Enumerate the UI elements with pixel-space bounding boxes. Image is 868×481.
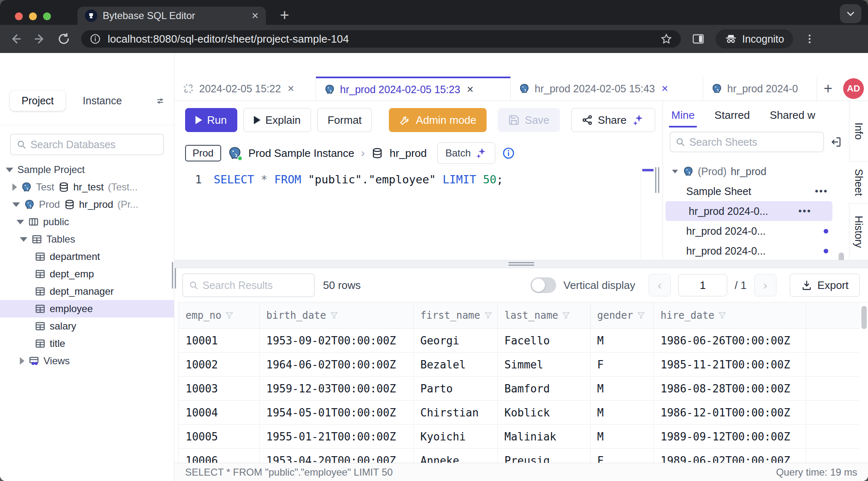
admin-mode-button[interactable]: Admin mode xyxy=(389,108,487,132)
sheet-group-hr_test[interactable]: (Test)hr_test xyxy=(663,158,849,161)
database-search[interactable] xyxy=(10,134,164,155)
table-cell[interactable]: 1954-05-01T00:00:00Z xyxy=(260,401,414,425)
table-cell[interactable]: Simmel xyxy=(498,353,591,377)
tree-item-database-hr_test[interactable]: Testhr_test(Test... xyxy=(0,178,174,196)
caret-down-icon[interactable] xyxy=(20,237,27,242)
caret-down-icon[interactable] xyxy=(17,220,24,224)
tree-item-table-title[interactable]: title xyxy=(0,335,174,352)
window-maximize-button[interactable] xyxy=(43,12,51,20)
connection-info-icon[interactable] xyxy=(502,147,515,160)
sheet-list-scrollbar[interactable] xyxy=(839,253,844,260)
table-cell[interactable]: 1986-06-26T00:00:00Z xyxy=(654,329,806,353)
tree-item-views-group[interactable]: Views xyxy=(0,352,174,370)
sql-editor[interactable]: 1 SELECT * FROM "public"."employee" LIMI… xyxy=(174,167,663,260)
table-cell[interactable]: 1959-12-03T00:00:00Z xyxy=(260,377,414,401)
table-cell[interactable]: 10006 xyxy=(179,449,260,463)
table-cell[interactable]: M xyxy=(591,425,654,449)
browser-tab[interactable]: Bytebase SQL Editor × xyxy=(77,7,266,25)
query-tab-1[interactable]: 2024-02-05 15:22× xyxy=(174,77,316,101)
reload-icon[interactable] xyxy=(57,32,70,46)
format-button[interactable]: Format xyxy=(317,108,372,132)
column-header-hire_date[interactable]: hire_date xyxy=(654,303,806,329)
new-tab-icon[interactable]: + xyxy=(280,6,289,24)
table-cell[interactable]: F xyxy=(591,449,654,463)
horizontal-splitter[interactable] xyxy=(174,260,868,268)
tab-search-button[interactable] xyxy=(840,4,861,23)
table-cell[interactable]: Kyoichi xyxy=(414,425,498,449)
caret-right-icon[interactable] xyxy=(12,183,17,191)
table-cell[interactable]: 10001 xyxy=(179,329,260,353)
column-header-first_name[interactable]: first_name xyxy=(414,303,498,329)
table-cell[interactable]: Facello xyxy=(498,329,591,353)
instance-name[interactable]: Prod Sample Instance xyxy=(248,147,354,160)
table-cell[interactable]: Bamford xyxy=(498,377,591,401)
explain-button[interactable]: Explain xyxy=(244,108,311,132)
prev-page-button[interactable]: ‹ xyxy=(649,274,671,296)
table-cell[interactable]: 1989-09-12T00:00:00Z xyxy=(654,425,806,449)
tree-item-tables-group[interactable]: Tables xyxy=(0,231,174,248)
side-tab-sheet[interactable]: Sheet xyxy=(849,161,868,204)
table-cell[interactable]: Georgi xyxy=(414,329,498,353)
sheet-search[interactable] xyxy=(670,132,824,152)
table-cell[interactable]: 10003 xyxy=(179,377,260,401)
back-icon[interactable] xyxy=(9,32,22,46)
tree-item-project[interactable]: Sample Project xyxy=(0,161,174,178)
caret-down-icon[interactable] xyxy=(12,202,20,207)
export-button[interactable]: Export xyxy=(790,274,860,297)
table-cell[interactable]: M xyxy=(591,377,654,401)
address-bar[interactable]: localhost:8080/sql-editor/sheet/project-… xyxy=(81,30,681,48)
tree-item-table-dept_manager[interactable]: dept_manager xyxy=(0,283,174,300)
sheet-search-input[interactable] xyxy=(689,136,818,148)
caret-down-icon[interactable] xyxy=(672,170,678,173)
sheet-menu-icon[interactable]: ••• xyxy=(815,186,828,197)
query-tab-close-icon[interactable]: × xyxy=(287,82,294,95)
tree-item-schema-public[interactable]: public xyxy=(0,213,174,231)
table-cell[interactable]: 10004 xyxy=(179,401,260,425)
results-search-input[interactable] xyxy=(203,279,308,291)
sheet-item[interactable]: Sample Sheet••• xyxy=(663,181,849,201)
table-cell[interactable]: 1964-06-02T00:00:00Z xyxy=(260,353,414,377)
side-tab-info[interactable]: Info xyxy=(849,101,868,161)
table-cell[interactable]: 1953-09-02T00:00:00Z xyxy=(260,329,414,353)
sheet-item[interactable]: hr_prod 2024-0... xyxy=(663,221,849,241)
query-tab-close-icon[interactable]: × xyxy=(467,83,474,96)
database-name[interactable]: hr_prod xyxy=(390,147,427,160)
tree-item-table-dept_emp[interactable]: dept_emp xyxy=(0,265,174,283)
table-cell[interactable]: Bezalel xyxy=(414,353,498,377)
table-cell[interactable]: M xyxy=(591,401,654,425)
column-header-emp_no[interactable]: emp_no xyxy=(179,303,260,329)
table-cell[interactable]: 1989-06-02T00:00:00Z xyxy=(654,449,806,463)
run-button[interactable]: Run xyxy=(185,108,237,132)
query-tab-3[interactable]: hr_prod 2024-02-05 15:43× xyxy=(511,77,703,101)
sheet-item[interactable]: hr_prod 2024-0...••• xyxy=(665,201,832,221)
browser-menu-icon[interactable] xyxy=(804,33,815,45)
table-cell[interactable]: Maliniak xyxy=(498,425,591,449)
side-panel-icon[interactable] xyxy=(692,32,705,46)
query-tab-4[interactable]: hr_prod 2024-0 xyxy=(703,77,817,101)
page-number-input[interactable] xyxy=(678,274,727,296)
table-cell[interactable]: Koblick xyxy=(498,401,591,425)
tree-item-table-employee[interactable]: employee xyxy=(0,300,174,317)
browser-tab-close-icon[interactable]: × xyxy=(252,10,258,22)
table-cell[interactable]: 1985-11-21T00:00:00Z xyxy=(654,353,806,377)
splitter-handle[interactable] xyxy=(509,262,534,266)
sheet-group-hr_prod[interactable]: (Prod)hr_prod xyxy=(663,161,849,181)
column-header-last_name[interactable]: last_name xyxy=(498,303,591,329)
table-cell[interactable]: F xyxy=(591,353,654,377)
table-cell[interactable]: M xyxy=(591,329,654,353)
window-close-button[interactable] xyxy=(15,12,23,20)
site-info-icon[interactable] xyxy=(89,33,101,45)
table-cell[interactable]: 10005 xyxy=(179,425,260,449)
query-tab-2[interactable]: hr_prod 2024-02-05 15:23× xyxy=(316,77,511,101)
grid-scrollbar[interactable] xyxy=(861,306,867,329)
table-cell[interactable]: Chirstian xyxy=(414,401,498,425)
batch-button[interactable]: Batch xyxy=(437,142,495,164)
bookmark-star-icon[interactable] xyxy=(660,33,673,45)
table-cell[interactable]: 1953-04-20T00:00:00Z xyxy=(260,449,414,463)
sheet-menu-icon[interactable]: ••• xyxy=(798,206,812,216)
query-tab-close-icon[interactable]: × xyxy=(662,82,668,95)
environment-chip[interactable]: Prod xyxy=(185,145,221,161)
editor-panel-resize-handle[interactable] xyxy=(655,167,659,193)
import-sheet-icon[interactable] xyxy=(830,136,842,148)
caret-down-icon[interactable] xyxy=(6,168,13,172)
